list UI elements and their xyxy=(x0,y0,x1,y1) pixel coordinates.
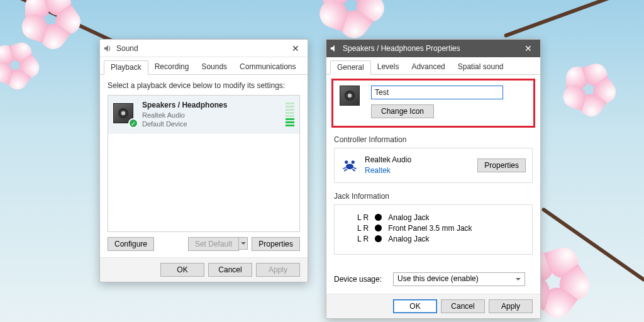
device-usage-label: Device usage: xyxy=(334,275,382,284)
properties-button[interactable]: Properties xyxy=(252,237,300,251)
sound-window: Sound ✕ Playback Recording Sounds Commun… xyxy=(99,39,308,282)
close-icon[interactable]: ✕ xyxy=(519,43,538,53)
jack-dot-icon xyxy=(375,225,382,231)
jack-dot-icon xyxy=(375,235,382,242)
jack-row: L R Analog Jack xyxy=(357,235,526,243)
highlight-annotation: Change Icon xyxy=(331,79,535,128)
device-name: Speakers / Headphones xyxy=(142,101,279,111)
jack-name: Analog Jack xyxy=(388,213,429,222)
cancel-button[interactable]: Cancel xyxy=(208,263,252,277)
speaker-titlebar-icon xyxy=(329,43,339,53)
tab-recording[interactable]: Recording xyxy=(148,60,196,75)
ok-button[interactable]: OK xyxy=(393,299,437,313)
configure-button[interactable]: Configure xyxy=(108,237,154,251)
jack-row: L R Analog Jack xyxy=(357,213,526,222)
lr-label: L R xyxy=(357,224,369,233)
device-name-input[interactable] xyxy=(371,86,503,99)
tab-sounds[interactable]: Sounds xyxy=(195,60,233,75)
cancel-button[interactable]: Cancel xyxy=(441,299,485,313)
set-default-caret-icon[interactable] xyxy=(239,237,248,250)
controller-properties-button[interactable]: Properties xyxy=(477,158,526,172)
controller-name: Realtek Audio xyxy=(365,155,471,165)
jack-info-label: Jack Information xyxy=(334,192,533,201)
ok-button[interactable]: OK xyxy=(160,263,204,277)
apply-button[interactable]: Apply xyxy=(489,299,533,313)
device-icon: ✓ xyxy=(113,103,136,126)
tab-communications[interactable]: Communications xyxy=(233,60,302,75)
close-icon[interactable]: ✕ xyxy=(286,43,305,53)
tabs: General Levels Advanced Spatial sound xyxy=(326,57,540,75)
jack-dot-icon xyxy=(375,214,382,221)
tab-general[interactable]: General xyxy=(330,60,371,75)
properties-window: Speakers / Headphones Properties ✕ Gener… xyxy=(326,39,541,319)
device-status: Default Device xyxy=(142,119,279,128)
dialog-footer: OK Cancel Apply xyxy=(100,257,308,282)
dialog-footer: OK Cancel Apply xyxy=(326,294,540,318)
tabs: Playback Recording Sounds Communications xyxy=(100,57,308,75)
jack-name: Analog Jack xyxy=(388,235,429,243)
tab-playback[interactable]: Playback xyxy=(104,60,148,75)
tab-levels[interactable]: Levels xyxy=(371,60,406,75)
controller-info-label: Controller Information xyxy=(334,135,533,144)
change-icon-button[interactable]: Change Icon xyxy=(371,104,434,118)
svg-point-0 xyxy=(346,164,353,169)
speaker-icon xyxy=(340,86,360,106)
apply-button[interactable]: Apply xyxy=(256,263,300,277)
device-usage-value: Use this device (enable) xyxy=(397,274,479,283)
titlebar[interactable]: Sound ✕ xyxy=(100,40,308,57)
lr-label: L R xyxy=(357,235,369,243)
window-title: Speakers / Headphones Properties xyxy=(343,44,519,53)
device-row[interactable]: ✓ Speakers / Headphones Realtek Audio De… xyxy=(108,96,299,134)
titlebar[interactable]: Speakers / Headphones Properties ✕ xyxy=(326,40,540,57)
default-check-icon: ✓ xyxy=(128,118,138,128)
tab-advanced[interactable]: Advanced xyxy=(405,60,451,75)
jack-name: Front Panel 3.5 mm Jack xyxy=(388,224,472,233)
device-usage-select[interactable]: Use this device (enable) xyxy=(393,272,525,286)
svg-point-1 xyxy=(345,160,348,164)
vu-meter-icon xyxy=(286,103,294,126)
device-icon[interactable] xyxy=(340,86,362,108)
set-default-button[interactable]: Set Default xyxy=(188,237,239,251)
device-driver: Realtek Audio xyxy=(142,111,279,119)
hint-text: Select a playback device below to modify… xyxy=(108,81,300,90)
lr-label: L R xyxy=(357,213,369,222)
tab-spatial-sound[interactable]: Spatial sound xyxy=(452,60,510,75)
jack-row: L R Front Panel 3.5 mm Jack xyxy=(357,224,526,233)
device-list[interactable]: ✓ Speakers / Headphones Realtek Audio De… xyxy=(108,95,300,232)
speaker-titlebar-icon xyxy=(103,43,113,53)
realtek-crab-icon xyxy=(341,157,358,174)
controller-vendor-link[interactable]: Realtek xyxy=(365,165,471,176)
window-title: Sound xyxy=(116,44,286,53)
svg-point-2 xyxy=(352,160,355,164)
